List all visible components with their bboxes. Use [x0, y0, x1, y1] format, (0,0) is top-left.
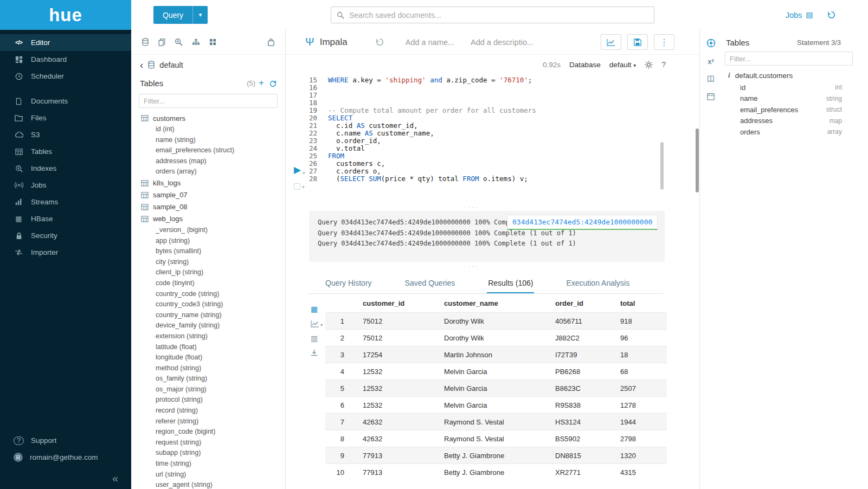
sidebar-item-scheduler[interactable]: Scheduler [0, 68, 131, 85]
chart-view-icon[interactable]: ▾ [311, 320, 323, 327]
queue-icon[interactable] [294, 183, 300, 190]
column-item[interactable]: os_major (string) [131, 384, 285, 395]
column-item[interactable]: time (string) [131, 459, 285, 469]
column-item[interactable]: client_ip (string) [131, 267, 285, 278]
documents-copy-icon[interactable] [158, 38, 165, 46]
column-item[interactable]: url (string) [131, 469, 285, 480]
query-dropdown-caret[interactable]: ▾ [193, 11, 208, 18]
execute-button[interactable]: ▶ [294, 164, 301, 176]
grid-view-icon[interactable]: ▦ [311, 305, 323, 313]
column-item[interactable]: bytes (smallint) [131, 246, 285, 257]
settings-gear-icon[interactable] [645, 61, 653, 69]
code-content[interactable]: WHERE a.key = 'shipping' and a.zip_code … [323, 76, 661, 183]
column-header[interactable]: total [613, 294, 667, 313]
table-filter-input[interactable] [139, 94, 278, 108]
add-table-icon[interactable]: + [259, 78, 264, 88]
sidebar-item-jobs[interactable]: Jobs [0, 177, 131, 194]
sidebar-item-files[interactable]: Files [0, 110, 131, 126]
database-selector[interactable]: default ▾ [609, 61, 636, 69]
column-item[interactable]: longitude (float) [131, 352, 285, 363]
columns-view-icon[interactable]: ▥ [311, 334, 323, 342]
column-item[interactable]: country_code3 (string) [131, 299, 285, 310]
queue-caret[interactable]: ▾ [302, 184, 305, 190]
column-item[interactable]: addresses (map) [131, 156, 285, 167]
tab-results-106[interactable]: Results (106) [487, 274, 534, 293]
assist-docs-icon[interactable] [706, 38, 716, 48]
databases-icon[interactable] [142, 38, 149, 46]
column-header[interactable]: order_id [548, 294, 613, 313]
active-table[interactable]: i default.customers [722, 66, 868, 82]
history-icon[interactable] [827, 11, 835, 19]
tab-saved-queries[interactable]: Saved Queries [404, 274, 456, 293]
column-header[interactable]: customer_id [355, 294, 436, 313]
table-item[interactable]: sample_07 [131, 189, 285, 201]
tab-query-history[interactable]: Query History [324, 274, 373, 293]
sidebar-item-s3[interactable]: S3 [0, 126, 131, 143]
column-row[interactable]: email_preferencesstruct [722, 104, 868, 115]
table-item[interactable]: k8s_logs [131, 177, 285, 189]
execute-options-caret[interactable]: ▾ [303, 170, 305, 176]
column-item[interactable]: os_family (string) [131, 374, 285, 384]
column-item[interactable]: device_family (string) [131, 320, 285, 331]
column-item[interactable]: id (int) [131, 124, 285, 135]
sidebar-item-editor[interactable]: </>Editor [0, 34, 131, 51]
editor-help-icon[interactable]: ? [661, 60, 666, 69]
column-item[interactable]: subapp (string) [131, 448, 285, 459]
column-item[interactable]: request (string) [131, 437, 285, 448]
refresh-tables-icon[interactable] [269, 80, 277, 87]
sidebar-item-support[interactable]: ? Support [0, 432, 131, 449]
column-row[interactable]: namestring [722, 93, 868, 105]
sitemap-icon[interactable] [192, 38, 200, 46]
sidebar-item-tables[interactable]: Tables [0, 143, 131, 160]
sidebar-item-streams[interactable]: Streams [0, 194, 131, 210]
column-item[interactable]: name (string) [131, 135, 285, 146]
table-item[interactable]: customers [131, 112, 285, 124]
tab-execution-analysis[interactable]: Execution Analysis [565, 274, 631, 293]
back-chevron-icon[interactable]: ‹ [140, 60, 143, 70]
breadcrumb-database[interactable]: default [159, 61, 183, 69]
column-item[interactable]: extension (string) [131, 331, 285, 342]
column-item[interactable]: orders (array) [131, 166, 285, 177]
column-item[interactable]: latitude (float) [131, 342, 285, 353]
table-item[interactable]: web_logs [131, 213, 285, 225]
apps-grid-icon[interactable] [209, 38, 216, 46]
column-item[interactable]: email_preferences (struct) [131, 145, 285, 156]
code-editor[interactable]: 1516171819202122232425262728 WHERE a.key… [286, 76, 661, 183]
column-item[interactable]: code (tinyint) [131, 278, 285, 289]
column-item[interactable]: referer (string) [131, 416, 285, 427]
sidebar-item-user[interactable]: R romain@gethue.com [0, 449, 131, 466]
panel-scrollbar[interactable] [696, 128, 699, 192]
chart-button[interactable] [601, 34, 621, 50]
column-item[interactable]: app (string) [131, 236, 285, 247]
sidebar-item-dashboard[interactable]: Dashboard [0, 51, 131, 68]
column-row[interactable]: ordersarray [722, 126, 868, 138]
query-name-input[interactable]: Add a name... [406, 38, 454, 47]
more-actions-button[interactable]: ⋮ [654, 34, 674, 50]
column-item[interactable]: city (string) [131, 257, 285, 268]
column-item[interactable]: protocol (string) [131, 395, 285, 406]
new-query-button[interactable]: Query ▾ [153, 6, 208, 24]
column-header[interactable]: customer_name [436, 294, 548, 313]
sidebar-item-security[interactable]: Security [0, 227, 131, 244]
language-reference-icon[interactable] [707, 75, 715, 82]
search-input[interactable] [349, 11, 648, 20]
column-item[interactable]: country_name (string) [131, 310, 285, 321]
query-id-popover[interactable]: 034d413ec7474ed5:4249de1000000000 [507, 215, 658, 230]
schedule-icon[interactable] [707, 93, 715, 100]
bag-icon[interactable] [267, 38, 275, 46]
sidebar-item-documents[interactable]: Documents [0, 93, 131, 110]
save-button[interactable] [627, 34, 648, 50]
query-history-icon[interactable] [376, 38, 384, 46]
column-item[interactable]: _version_ (bigint) [131, 225, 285, 236]
download-icon[interactable] [311, 349, 323, 356]
column-item[interactable]: method (string) [131, 363, 285, 374]
column-row[interactable]: idint [722, 82, 868, 93]
editor-scrollbar[interactable] [660, 142, 664, 190]
zoom-in-icon[interactable] [175, 38, 183, 46]
query-description-input[interactable]: Add a descriptio... [471, 38, 533, 47]
column-item[interactable]: record (string) [131, 406, 285, 416]
hue-logo[interactable]: hue [0, 0, 131, 30]
column-row[interactable]: addressesmap [722, 115, 868, 127]
column-item[interactable]: country_code (string) [131, 289, 285, 300]
sidebar-item-importer[interactable]: Importer [0, 244, 131, 261]
